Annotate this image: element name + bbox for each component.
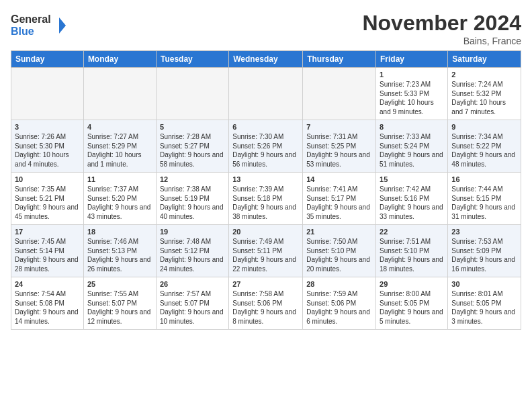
calendar-cell: 23Sunrise: 7:53 AM Sunset: 5:09 PM Dayli… <box>448 225 521 277</box>
calendar-cell: 2Sunrise: 7:24 AM Sunset: 5:32 PM Daylig… <box>448 68 521 120</box>
day-number: 20 <box>232 228 299 236</box>
calendar-cell: 27Sunrise: 7:58 AM Sunset: 5:06 PM Dayli… <box>229 277 303 330</box>
day-number: 13 <box>232 175 299 183</box>
day-info: Sunrise: 7:28 AM Sunset: 5:27 PM Dayligh… <box>160 132 225 169</box>
calendar-cell: 21Sunrise: 7:50 AM Sunset: 5:10 PM Dayli… <box>303 225 376 277</box>
day-number: 11 <box>87 175 152 183</box>
day-info: Sunrise: 7:27 AM Sunset: 5:29 PM Dayligh… <box>87 132 152 169</box>
day-number: 3 <box>15 123 80 131</box>
page: GeneralBlue November 2024 Bains, France … <box>0 0 532 335</box>
header-wednesday: Wednesday <box>229 51 303 68</box>
logo-svg: GeneralBlue <box>11 11 71 38</box>
calendar-cell: 3Sunrise: 7:26 AM Sunset: 5:30 PM Daylig… <box>11 120 84 173</box>
header-monday: Monday <box>83 51 156 68</box>
day-number: 15 <box>380 175 444 183</box>
header-friday: Friday <box>376 51 448 68</box>
calendar-body: 1Sunrise: 7:23 AM Sunset: 5:33 PM Daylig… <box>11 68 521 330</box>
calendar-cell: 25Sunrise: 7:55 AM Sunset: 5:07 PM Dayli… <box>83 277 156 330</box>
day-number: 29 <box>380 280 444 288</box>
day-info: Sunrise: 7:49 AM Sunset: 5:11 PM Dayligh… <box>232 237 299 273</box>
calendar-week-3: 10Sunrise: 7:35 AM Sunset: 5:21 PM Dayli… <box>11 173 521 225</box>
day-info: Sunrise: 7:30 AM Sunset: 5:26 PM Dayligh… <box>232 132 299 169</box>
calendar-cell: 9Sunrise: 7:34 AM Sunset: 5:22 PM Daylig… <box>448 120 521 173</box>
calendar-cell: 5Sunrise: 7:28 AM Sunset: 5:27 PM Daylig… <box>156 120 228 173</box>
day-info: Sunrise: 7:51 AM Sunset: 5:10 PM Dayligh… <box>380 237 444 273</box>
calendar-cell: 11Sunrise: 7:37 AM Sunset: 5:20 PM Dayli… <box>83 173 156 225</box>
svg-text:General: General <box>11 13 51 25</box>
location: Bains, France <box>362 36 521 46</box>
day-number: 30 <box>451 280 517 288</box>
calendar-cell <box>303 68 376 120</box>
calendar-cell: 15Sunrise: 7:42 AM Sunset: 5:16 PM Dayli… <box>376 173 448 225</box>
day-number: 8 <box>380 123 444 131</box>
calendar-cell: 20Sunrise: 7:49 AM Sunset: 5:11 PM Dayli… <box>229 225 303 277</box>
day-number: 16 <box>451 175 517 183</box>
svg-marker-2 <box>59 17 66 34</box>
day-info: Sunrise: 8:01 AM Sunset: 5:05 PM Dayligh… <box>451 289 517 326</box>
day-number: 12 <box>160 175 225 183</box>
calendar-cell <box>156 68 228 120</box>
header-thursday: Thursday <box>303 51 376 68</box>
calendar-week-5: 24Sunrise: 7:54 AM Sunset: 5:08 PM Dayli… <box>11 277 521 330</box>
day-number: 23 <box>451 228 517 236</box>
day-number: 1 <box>380 71 444 79</box>
header-tuesday: Tuesday <box>156 51 228 68</box>
day-info: Sunrise: 7:39 AM Sunset: 5:18 PM Dayligh… <box>232 185 299 221</box>
day-number: 2 <box>451 71 517 79</box>
day-number: 10 <box>15 175 80 183</box>
calendar-cell: 26Sunrise: 7:57 AM Sunset: 5:07 PM Dayli… <box>156 277 228 330</box>
day-number: 6 <box>232 123 299 131</box>
day-info: Sunrise: 7:54 AM Sunset: 5:08 PM Dayligh… <box>15 289 80 326</box>
title-block: November 2024 Bains, France <box>362 11 521 46</box>
calendar-cell: 28Sunrise: 7:59 AM Sunset: 5:06 PM Dayli… <box>303 277 376 330</box>
calendar-cell: 1Sunrise: 7:23 AM Sunset: 5:33 PM Daylig… <box>376 68 448 120</box>
day-info: Sunrise: 7:37 AM Sunset: 5:20 PM Dayligh… <box>87 185 152 221</box>
day-info: Sunrise: 7:55 AM Sunset: 5:07 PM Dayligh… <box>87 289 152 326</box>
day-number: 22 <box>380 228 444 236</box>
day-info: Sunrise: 7:50 AM Sunset: 5:10 PM Dayligh… <box>306 237 372 273</box>
day-number: 19 <box>160 228 225 236</box>
day-info: Sunrise: 7:46 AM Sunset: 5:13 PM Dayligh… <box>87 237 152 273</box>
calendar-cell: 14Sunrise: 7:41 AM Sunset: 5:17 PM Dayli… <box>303 173 376 225</box>
day-number: 17 <box>15 228 80 236</box>
day-number: 25 <box>87 280 152 288</box>
day-number: 28 <box>306 280 372 288</box>
day-info: Sunrise: 7:48 AM Sunset: 5:12 PM Dayligh… <box>160 237 225 273</box>
day-number: 21 <box>306 228 372 236</box>
weekday-header-row: Sunday Monday Tuesday Wednesday Thursday… <box>11 51 521 68</box>
calendar-cell: 24Sunrise: 7:54 AM Sunset: 5:08 PM Dayli… <box>11 277 84 330</box>
day-info: Sunrise: 7:31 AM Sunset: 5:25 PM Dayligh… <box>306 132 372 169</box>
calendar-cell: 12Sunrise: 7:38 AM Sunset: 5:19 PM Dayli… <box>156 173 228 225</box>
day-number: 7 <box>306 123 372 131</box>
day-number: 4 <box>87 123 152 131</box>
day-info: Sunrise: 7:42 AM Sunset: 5:16 PM Dayligh… <box>380 185 444 221</box>
day-info: Sunrise: 7:45 AM Sunset: 5:14 PM Dayligh… <box>15 237 80 273</box>
calendar-table: Sunday Monday Tuesday Wednesday Thursday… <box>11 50 521 330</box>
calendar-cell: 16Sunrise: 7:44 AM Sunset: 5:15 PM Dayli… <box>448 173 521 225</box>
header-saturday: Saturday <box>448 51 521 68</box>
calendar-cell: 7Sunrise: 7:31 AM Sunset: 5:25 PM Daylig… <box>303 120 376 173</box>
day-number: 9 <box>451 123 517 131</box>
logo: GeneralBlue <box>11 11 71 38</box>
calendar-cell: 17Sunrise: 7:45 AM Sunset: 5:14 PM Dayli… <box>11 225 84 277</box>
day-info: Sunrise: 7:26 AM Sunset: 5:30 PM Dayligh… <box>15 132 80 169</box>
header: GeneralBlue November 2024 Bains, France <box>11 11 521 46</box>
calendar-cell: 18Sunrise: 7:46 AM Sunset: 5:13 PM Dayli… <box>83 225 156 277</box>
day-info: Sunrise: 7:33 AM Sunset: 5:24 PM Dayligh… <box>380 132 444 169</box>
calendar-cell: 29Sunrise: 8:00 AM Sunset: 5:05 PM Dayli… <box>376 277 448 330</box>
calendar-week-1: 1Sunrise: 7:23 AM Sunset: 5:33 PM Daylig… <box>11 68 521 120</box>
calendar-week-4: 17Sunrise: 7:45 AM Sunset: 5:14 PM Dayli… <box>11 225 521 277</box>
day-info: Sunrise: 7:58 AM Sunset: 5:06 PM Dayligh… <box>232 289 299 326</box>
calendar-cell: 10Sunrise: 7:35 AM Sunset: 5:21 PM Dayli… <box>11 173 84 225</box>
svg-text:Blue: Blue <box>11 26 34 37</box>
calendar-cell: 19Sunrise: 7:48 AM Sunset: 5:12 PM Dayli… <box>156 225 228 277</box>
day-info: Sunrise: 7:24 AM Sunset: 5:32 PM Dayligh… <box>451 80 517 116</box>
calendar-cell: 22Sunrise: 7:51 AM Sunset: 5:10 PM Dayli… <box>376 225 448 277</box>
day-number: 27 <box>232 280 299 288</box>
day-info: Sunrise: 7:41 AM Sunset: 5:17 PM Dayligh… <box>306 185 372 221</box>
calendar-cell: 6Sunrise: 7:30 AM Sunset: 5:26 PM Daylig… <box>229 120 303 173</box>
day-info: Sunrise: 7:53 AM Sunset: 5:09 PM Dayligh… <box>451 237 517 273</box>
day-number: 18 <box>87 228 152 236</box>
month-title: November 2024 <box>362 11 521 36</box>
calendar-cell: 8Sunrise: 7:33 AM Sunset: 5:24 PM Daylig… <box>376 120 448 173</box>
